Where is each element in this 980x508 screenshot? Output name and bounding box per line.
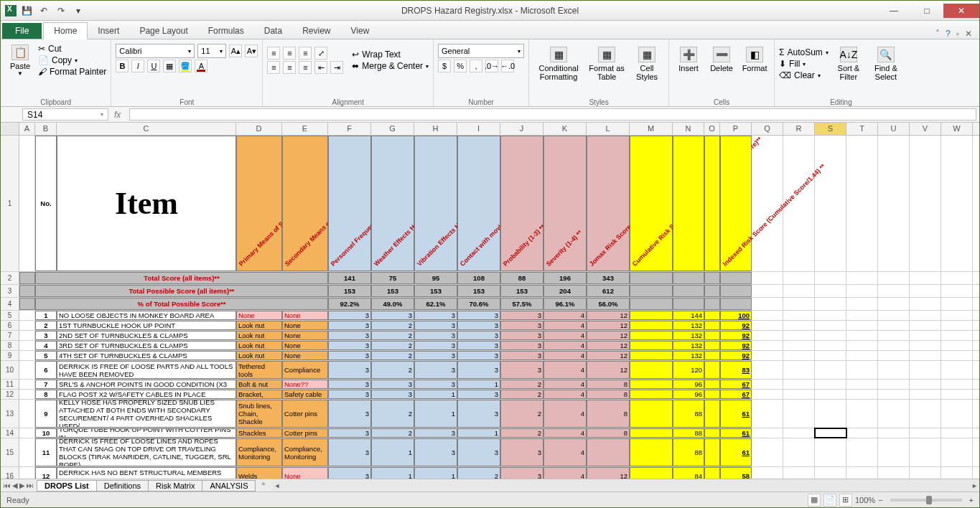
cell[interactable]: 4 [543, 380, 587, 389]
wrap-text-button[interactable]: ↩Wrap Text [352, 50, 429, 60]
cell[interactable] [815, 428, 846, 438]
cell[interactable]: None [282, 467, 328, 479]
cell[interactable]: 2 [371, 361, 414, 379]
sheet-tab[interactable]: Risk Matrix [148, 480, 202, 491]
cell[interactable] [815, 272, 846, 284]
cell[interactable] [878, 351, 910, 360]
cell[interactable] [704, 351, 720, 360]
cell[interactable] [19, 428, 35, 438]
cell[interactable] [846, 341, 878, 350]
align-bottom-icon[interactable]: ≡ [299, 47, 312, 60]
cell[interactable] [910, 390, 941, 399]
cell[interactable]: KELLY HOSE HAS PROPERLY SIZED SNUB LIES … [57, 400, 236, 428]
cell[interactable]: Cotter pins [282, 400, 328, 428]
row-header[interactable]: 9 [1, 351, 19, 360]
cell[interactable] [704, 331, 720, 340]
cell[interactable]: 3 [328, 311, 371, 320]
cell[interactable] [846, 298, 878, 310]
cell[interactable]: 2 [371, 341, 414, 350]
cell[interactable]: 12 [587, 361, 630, 379]
col-header-U[interactable]: U [878, 123, 910, 135]
cell[interactable] [630, 331, 673, 340]
cell[interactable] [630, 351, 673, 360]
cell[interactable] [783, 272, 815, 284]
font-name-select[interactable]: Calibri▾ [116, 44, 195, 58]
cell[interactable] [878, 428, 910, 438]
horizontal-scrollbar[interactable] [272, 479, 979, 491]
cell[interactable]: 3 [457, 331, 500, 340]
cell[interactable]: 6 [35, 361, 57, 379]
zoom-slider[interactable] [890, 499, 962, 502]
cell[interactable] [704, 341, 720, 350]
cell[interactable] [941, 311, 973, 320]
cell[interactable] [878, 331, 910, 340]
cell[interactable] [19, 272, 35, 284]
cell[interactable] [846, 361, 878, 379]
cell[interactable] [19, 380, 35, 389]
cell[interactable] [941, 361, 973, 379]
cell[interactable]: 1 [457, 428, 500, 438]
cell[interactable] [752, 361, 783, 379]
cell[interactable] [910, 438, 941, 466]
format-as-table-button[interactable]: ▦Format as Table [587, 44, 627, 81]
cell[interactable] [783, 351, 815, 360]
last-sheet-icon[interactable]: ⏭ [27, 481, 34, 489]
diag-header-N[interactable] [673, 136, 704, 271]
cell[interactable] [910, 272, 941, 284]
cell[interactable] [846, 400, 878, 428]
cell[interactable]: 62.1% [414, 298, 457, 310]
diag-header-I[interactable]: Contact with moving parts? H=3, M=2, L=1… [457, 136, 500, 271]
cell[interactable]: None [282, 341, 328, 350]
cell[interactable]: 8 [35, 390, 57, 399]
cell[interactable] [878, 272, 910, 284]
increase-font-icon[interactable]: A▴ [229, 44, 242, 57]
cell[interactable] [704, 361, 720, 379]
cell[interactable] [752, 351, 783, 360]
cell[interactable] [783, 467, 815, 479]
cell[interactable] [815, 400, 846, 428]
cell[interactable] [878, 380, 910, 389]
cell[interactable]: 61 [720, 400, 752, 428]
cell[interactable]: 95 [414, 272, 457, 284]
cell[interactable]: 96 [673, 380, 704, 389]
diag-header-O[interactable] [704, 136, 720, 271]
cell[interactable]: 4 [35, 341, 57, 350]
close-button[interactable]: ✕ [943, 4, 979, 18]
cell[interactable] [783, 331, 815, 340]
row-header[interactable]: 5 [1, 311, 19, 320]
cell[interactable]: Tethered tools [236, 361, 282, 379]
increase-decimal-icon[interactable]: .0→ [485, 60, 498, 72]
cell[interactable] [19, 467, 35, 479]
cell[interactable]: Bolt & nut [236, 380, 282, 389]
cell[interactable]: No. [35, 136, 57, 271]
cell[interactable] [752, 298, 783, 310]
cell[interactable]: 3 [457, 341, 500, 350]
border-button[interactable]: ▦ [163, 60, 176, 72]
cell[interactable]: 3 [414, 311, 457, 320]
cell[interactable] [846, 380, 878, 389]
prev-sheet-icon[interactable]: ◀ [12, 481, 18, 489]
row-header[interactable]: 4 [1, 298, 19, 310]
cell[interactable]: 3 [500, 341, 543, 350]
cell[interactable]: Compliance, Monitoring [236, 438, 282, 466]
cell[interactable]: 3 [500, 438, 543, 466]
cell[interactable]: 144 [673, 311, 704, 320]
cell[interactable]: 2 [500, 390, 543, 399]
cell[interactable]: 141 [328, 272, 371, 284]
cell[interactable]: 343 [587, 272, 630, 284]
sheet-tab[interactable]: ANALYSIS [202, 480, 256, 491]
tab-view[interactable]: View [341, 23, 380, 39]
cell[interactable] [630, 311, 673, 320]
cell[interactable] [846, 331, 878, 340]
cell[interactable] [673, 298, 704, 310]
sort-filter-button[interactable]: A↓ZSort & Filter [831, 44, 866, 81]
cell[interactable]: Look nut [236, 321, 282, 330]
cell[interactable] [752, 400, 783, 428]
cell[interactable]: 3 [328, 380, 371, 389]
help-icon[interactable]: ? [946, 29, 951, 39]
cell[interactable] [941, 272, 973, 284]
col-header-F[interactable]: F [328, 123, 371, 135]
cell[interactable] [815, 361, 846, 379]
tab-review[interactable]: Review [292, 23, 340, 39]
row-header[interactable]: 11 [1, 380, 19, 389]
